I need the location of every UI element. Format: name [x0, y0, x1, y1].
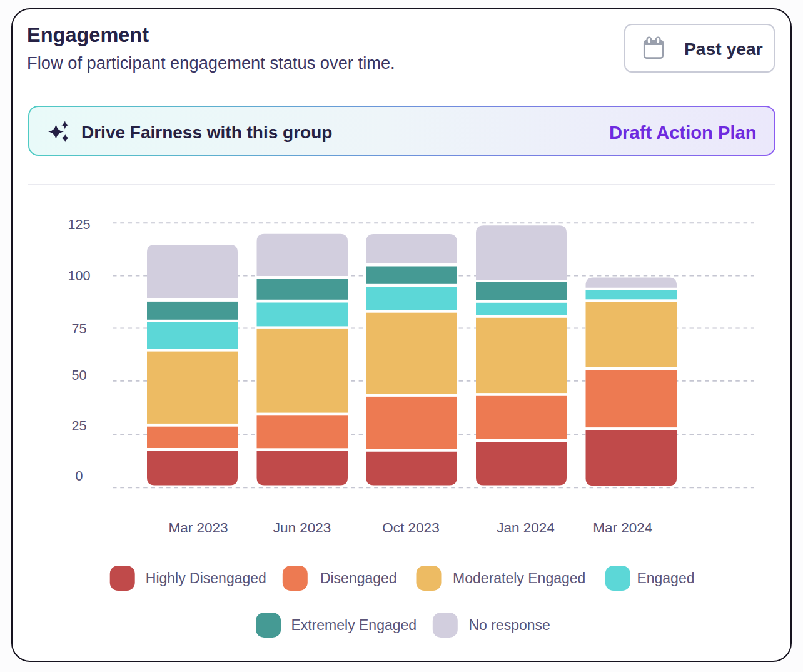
- svg-text:125: 125: [68, 217, 91, 232]
- svg-text:100: 100: [68, 268, 91, 283]
- svg-text:Jun 2023: Jun 2023: [273, 520, 331, 536]
- svg-text:No response: No response: [468, 617, 550, 633]
- svg-text:Oct 2023: Oct 2023: [382, 520, 439, 536]
- svg-text:Moderately Engaged: Moderately Engaged: [453, 570, 585, 586]
- svg-text:Mar 2024: Mar 2024: [593, 520, 652, 536]
- svg-text:Extremely Engaged: Extremely Engaged: [291, 617, 417, 633]
- svg-text:Disengaged: Disengaged: [320, 570, 397, 586]
- svg-text:75: 75: [72, 322, 87, 337]
- svg-text:50: 50: [72, 368, 87, 383]
- svg-text:Mar 2023: Mar 2023: [168, 520, 228, 536]
- svg-text:0: 0: [76, 469, 83, 484]
- svg-text:Engaged: Engaged: [637, 570, 694, 586]
- svg-text:Highly Disengaged: Highly Disengaged: [146, 570, 266, 586]
- svg-text:25: 25: [72, 419, 87, 434]
- svg-text:Jan 2024: Jan 2024: [497, 520, 555, 536]
